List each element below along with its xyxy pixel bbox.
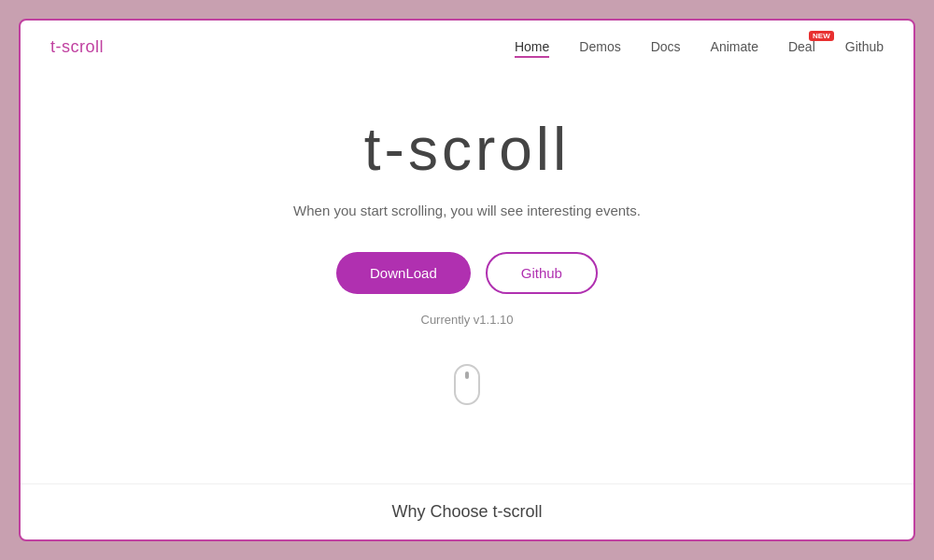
scroll-dot	[465, 371, 469, 379]
scroll-indicator	[454, 364, 480, 405]
hero-title: t-scroll	[364, 115, 570, 184]
bottom-title: Why Choose t-scroll	[391, 502, 542, 522]
hero-section: t-scroll When you start scrolling, you w…	[21, 73, 913, 483]
download-button[interactable]: DownLoad	[336, 252, 471, 294]
nav-link-animate[interactable]: Animate	[711, 39, 758, 54]
brand-logo[interactable]: t-scroll	[50, 37, 104, 57]
nav-item-docs[interactable]: Docs	[651, 38, 681, 55]
nav-links: Home Demos Docs Animate Deal new Github	[515, 38, 884, 55]
new-badge: new	[809, 31, 834, 41]
hero-subtitle: When you start scrolling, you will see i…	[293, 203, 641, 218]
nav-item-demos[interactable]: Demos	[579, 38, 620, 55]
hero-buttons: DownLoad Github	[336, 252, 598, 294]
github-button[interactable]: Github	[486, 252, 598, 294]
navbar: t-scroll Home Demos Docs Animate Deal ne…	[21, 21, 913, 73]
nav-item-animate[interactable]: Animate	[711, 38, 758, 55]
app-container: t-scroll Home Demos Docs Animate Deal ne…	[19, 19, 915, 541]
nav-link-home[interactable]: Home	[515, 39, 549, 58]
nav-link-docs[interactable]: Docs	[651, 39, 681, 54]
bottom-section: Why Choose t-scroll	[21, 483, 913, 539]
nav-link-demos[interactable]: Demos	[579, 39, 620, 54]
nav-item-deal[interactable]: Deal new	[788, 38, 815, 55]
nav-item-github[interactable]: Github	[845, 38, 884, 55]
nav-item-home[interactable]: Home	[515, 38, 549, 55]
version-text: Currently v1.1.10	[421, 313, 514, 327]
nav-link-deal[interactable]: Deal	[788, 39, 815, 54]
nav-link-github[interactable]: Github	[845, 39, 884, 54]
